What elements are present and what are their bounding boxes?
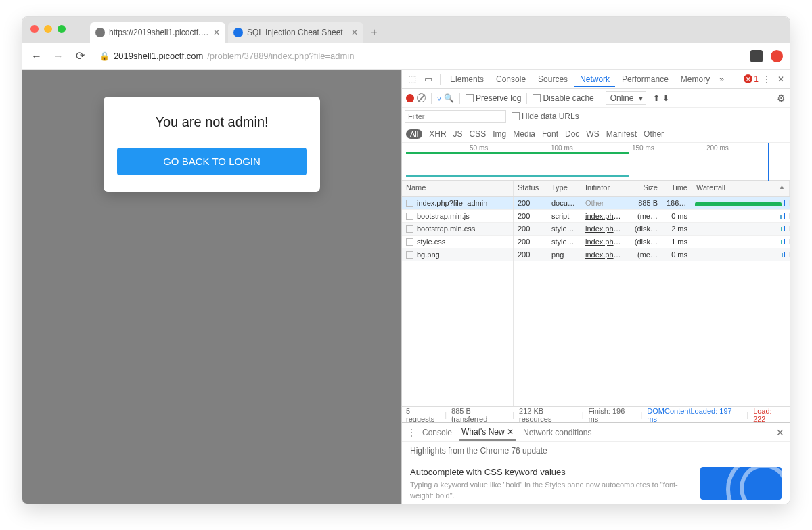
drawer-close-icon[interactable]: ✕ xyxy=(776,427,784,438)
summary-requests: 5 requests xyxy=(406,407,440,423)
filter-icon[interactable]: ▿ xyxy=(437,93,441,103)
timeline-overview[interactable]: 50 ms 100 ms 150 ms 200 ms xyxy=(402,143,790,181)
settings-icon[interactable]: ⚙ xyxy=(777,93,786,104)
tab-elements[interactable]: Elements xyxy=(445,71,489,87)
clear-button[interactable] xyxy=(417,93,426,102)
filter-all[interactable]: All xyxy=(406,129,422,139)
timeline-label: 150 ms xyxy=(632,144,654,152)
network-summary: 5 requests| 885 B transferred| 212 KB re… xyxy=(402,406,790,422)
col-initiator[interactable]: Initiator xyxy=(581,181,627,196)
close-window-button[interactable] xyxy=(30,25,39,33)
initiator-link[interactable]: index.php… xyxy=(585,250,625,259)
sort-arrow-icon: ▲ xyxy=(779,183,785,190)
extension-icon[interactable] xyxy=(750,50,763,62)
drawer-tab-console[interactable]: Console xyxy=(420,425,455,440)
back-button[interactable]: ← xyxy=(29,50,44,62)
filter-input[interactable] xyxy=(405,110,506,123)
preserve-log-checkbox[interactable]: Preserve log xyxy=(466,93,521,103)
col-time[interactable]: Time xyxy=(662,181,692,196)
summary-load: Load: 222 xyxy=(753,407,786,423)
table-row[interactable]: style.css200style…index.php…(disk…1 ms xyxy=(402,236,790,248)
upload-icon[interactable]: ⬆ xyxy=(653,93,660,103)
disable-cache-checkbox[interactable]: Disable cache xyxy=(533,93,593,103)
col-type[interactable]: Type xyxy=(547,181,581,196)
more-tabs-icon[interactable]: » xyxy=(717,74,727,84)
forward-button[interactable]: → xyxy=(51,50,66,62)
col-status[interactable]: Status xyxy=(514,181,547,196)
drawer-menu-icon[interactable]: ⋮ xyxy=(407,428,415,437)
tab-memory[interactable]: Memory xyxy=(675,71,715,87)
favicon-icon xyxy=(233,28,243,37)
timeline-bar xyxy=(406,152,629,154)
new-tab-button[interactable]: + xyxy=(366,24,382,41)
waterfall-bar xyxy=(695,202,782,206)
filter-manifest[interactable]: Manifest xyxy=(606,129,637,139)
initiator-link[interactable]: index.php… xyxy=(585,212,625,220)
go-back-button[interactable]: GO BACK TO LOGIN xyxy=(117,148,307,175)
waterfall-tick xyxy=(781,227,782,231)
close-tab-icon[interactable]: ✕ xyxy=(213,28,220,37)
waterfall-tick xyxy=(781,240,782,244)
timeline-label: 100 ms xyxy=(551,144,573,152)
drawer-tab-whatsnew[interactable]: What's New ✕ xyxy=(459,424,516,441)
initiator-link[interactable]: index.php… xyxy=(585,225,625,233)
inspect-icon[interactable]: ⬚ xyxy=(405,74,420,84)
maximize-window-button[interactable] xyxy=(58,25,66,33)
filter-doc[interactable]: Doc xyxy=(565,129,579,139)
drawer-tab-network-conditions[interactable]: Network conditions xyxy=(520,425,594,440)
filter-xhr[interactable]: XHR xyxy=(429,129,446,139)
filter-font[interactable]: Font xyxy=(542,129,558,139)
whatsnew-body: Autocomplete with CSS keyword values Typ… xyxy=(402,460,790,504)
summary-resources: 212 KB resources xyxy=(519,407,577,423)
file-icon xyxy=(406,200,413,207)
filter-css[interactable]: CSS xyxy=(470,129,487,139)
filter-js[interactable]: JS xyxy=(453,129,463,139)
close-tab-icon[interactable]: ✕ xyxy=(351,28,358,37)
browser-tab[interactable]: SQL Injection Cheat Sheet ✕ xyxy=(228,22,363,43)
window-controls xyxy=(30,25,66,33)
filter-row: Hide data URLs xyxy=(402,108,790,125)
col-size[interactable]: Size xyxy=(627,181,662,196)
network-controls: ▿ 🔍 Preserve log Disable cache Online ▾ … xyxy=(402,89,790,108)
filter-other[interactable]: Other xyxy=(644,129,664,139)
article-image xyxy=(700,467,782,500)
tab-performance[interactable]: Performance xyxy=(616,71,674,87)
address-bar: ← → ⟳ 🔒 2019shell1.picoctf.com/problem/3… xyxy=(22,43,790,70)
devtools-menu-icon[interactable]: ⋮ xyxy=(760,74,773,84)
devtools-close-icon[interactable]: ✕ xyxy=(775,74,787,84)
extension-icon[interactable] xyxy=(771,50,783,62)
search-icon[interactable]: 🔍 xyxy=(444,93,454,103)
filter-img[interactable]: Img xyxy=(493,129,506,139)
waterfall-tick xyxy=(780,215,782,219)
table-row[interactable]: bootstrap.min.css200style…index.php…(dis… xyxy=(402,223,790,236)
record-button[interactable] xyxy=(406,94,414,102)
file-icon xyxy=(406,251,413,259)
filter-media[interactable]: Media xyxy=(513,129,535,139)
browser-tab-active[interactable]: https://2019shell1.picoctf.com ✕ xyxy=(90,22,225,43)
network-table: Name Status Type Initiator Size Time Wat… xyxy=(402,181,790,406)
file-icon xyxy=(406,238,413,246)
table-row[interactable]: bg.png200pngindex.php…(me…0 ms xyxy=(402,248,790,261)
device-icon[interactable]: ▭ xyxy=(421,74,436,84)
download-icon[interactable]: ⬇ xyxy=(662,93,669,103)
col-waterfall[interactable]: Waterfall▲ xyxy=(692,181,790,196)
minimize-window-button[interactable] xyxy=(44,25,52,33)
error-badge[interactable]: ✕1 xyxy=(744,74,759,84)
tab-sources[interactable]: Sources xyxy=(533,71,573,87)
tab-title: https://2019shell1.picoctf.com xyxy=(109,28,209,37)
hide-data-urls-checkbox[interactable]: Hide data URLs xyxy=(512,112,579,121)
tab-console[interactable]: Console xyxy=(491,71,531,87)
url-input[interactable]: 🔒 2019shell1.picoctf.com/problem/37889/i… xyxy=(94,48,744,64)
col-name[interactable]: Name xyxy=(402,181,514,196)
summary-finish: Finish: 196 ms xyxy=(588,407,635,423)
table-row[interactable]: bootstrap.min.js200scriptindex.php…(me…0… xyxy=(402,210,790,223)
tab-title: SQL Injection Cheat Sheet xyxy=(247,28,347,37)
initiator-link[interactable]: index.php… xyxy=(585,238,625,246)
load-line xyxy=(784,252,785,257)
tab-network[interactable]: Network xyxy=(574,71,615,87)
reload-button[interactable]: ⟳ xyxy=(72,49,87,62)
throttling-select[interactable]: Online ▾ xyxy=(606,91,647,105)
timeline-label: 200 ms xyxy=(706,144,729,152)
table-row[interactable]: index.php?file=admin200docu…Other885 B16… xyxy=(402,197,790,210)
filter-ws[interactable]: WS xyxy=(586,129,599,139)
